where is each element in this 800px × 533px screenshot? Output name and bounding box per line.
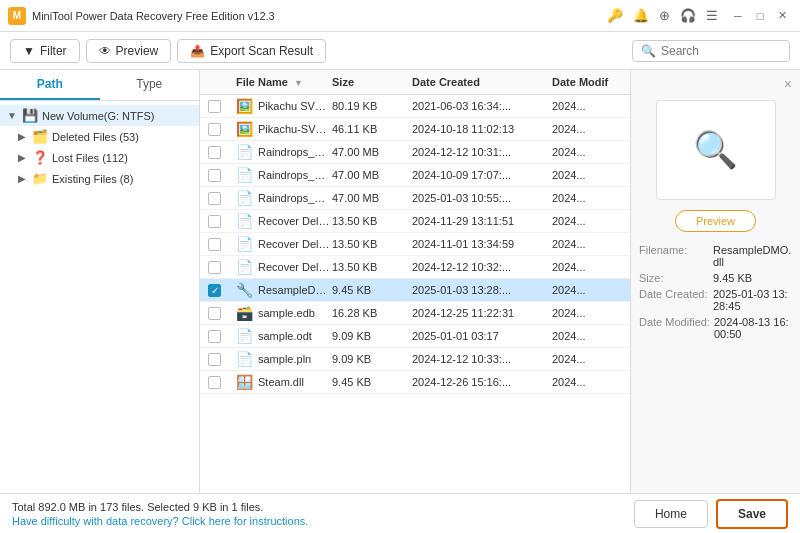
file-checkbox[interactable]: [208, 261, 221, 274]
row-checkbox[interactable]: [208, 169, 236, 182]
file-type-icon: 📄: [236, 190, 253, 206]
chevron-right-icon: ▶: [16, 131, 28, 142]
file-modified-cell: 2024...: [552, 169, 622, 181]
minimize-button[interactable]: ─: [728, 6, 748, 26]
close-preview-icon[interactable]: ×: [784, 76, 792, 92]
home-button[interactable]: Home: [634, 500, 708, 528]
tree-item-existing[interactable]: ▶ 📁 Existing Files (8): [0, 168, 199, 189]
table-row[interactable]: 📄 sample.pln 9.09 KB 2024-12-12 10:33:..…: [200, 348, 630, 371]
file-name-text: Recover Deleted ....: [258, 215, 332, 227]
file-size-cell: 9.45 KB: [332, 284, 412, 296]
file-checkbox[interactable]: [208, 169, 221, 182]
file-created-cell: 2024-10-18 11:02:13: [412, 123, 552, 135]
row-checkbox[interactable]: [208, 192, 236, 205]
search-box[interactable]: 🔍: [632, 40, 790, 62]
preview-button[interactable]: 👁 Preview: [86, 39, 172, 63]
file-name-text: sample.edb: [258, 307, 315, 319]
table-row[interactable]: ✓ 🔧 ResampleDMO.dll 9.45 KB 2025-01-03 1…: [200, 279, 630, 302]
file-modified-cell: 2024...: [552, 307, 622, 319]
row-checkbox[interactable]: [208, 261, 236, 274]
file-checkbox[interactable]: [208, 330, 221, 343]
status-bar: Total 892.0 MB in 173 files. Selected 9 …: [0, 493, 800, 533]
search-input[interactable]: [661, 44, 781, 58]
app-title: MiniTool Power Data Recovery Free Editio…: [32, 10, 275, 22]
table-row[interactable]: 🖼️ Pikachu-SVG-File-... 46.11 KB 2024-10…: [200, 118, 630, 141]
header-filename[interactable]: File Name ▼: [236, 76, 332, 88]
key-icon[interactable]: 🔑: [607, 8, 623, 23]
file-size-cell: 13.50 KB: [332, 238, 412, 250]
lost-files-icon: ❓: [32, 150, 48, 165]
table-row[interactable]: 📄 Raindrops_Macro... 47.00 MB 2025-01-03…: [200, 187, 630, 210]
preview-action-button[interactable]: Preview: [675, 210, 756, 232]
table-row[interactable]: 🗃️ sample.edb 16.28 KB 2024-12-25 11:22:…: [200, 302, 630, 325]
file-checkbox[interactable]: [208, 307, 221, 320]
tab-type[interactable]: Type: [100, 70, 200, 100]
file-checkbox[interactable]: [208, 192, 221, 205]
row-checkbox[interactable]: [208, 215, 236, 228]
file-created-cell: 2025-01-01 03:17: [412, 330, 552, 342]
row-checkbox[interactable]: [208, 146, 236, 159]
file-checkbox[interactable]: [208, 215, 221, 228]
menu-icon[interactable]: ☰: [706, 8, 718, 23]
row-checkbox[interactable]: [208, 376, 236, 389]
tree-item-lost[interactable]: ▶ ❓ Lost Files (112): [0, 147, 199, 168]
bell-icon[interactable]: 🔔: [633, 8, 649, 23]
file-checkbox[interactable]: [208, 100, 221, 113]
row-checkbox[interactable]: [208, 330, 236, 343]
file-name-cell: 📄 sample.pln: [236, 351, 332, 367]
row-checkbox[interactable]: ✓: [208, 284, 236, 297]
toolbar: ▼ Filter 👁 Preview 📤 Export Scan Result …: [0, 32, 800, 70]
sort-arrow-icon: ▼: [294, 78, 303, 88]
file-checkbox[interactable]: [208, 353, 221, 366]
row-checkbox[interactable]: [208, 238, 236, 251]
file-checkbox[interactable]: [208, 238, 221, 251]
row-checkbox[interactable]: [208, 100, 236, 113]
tree-item-deleted[interactable]: ▶ 🗂️ Deleted Files (53): [0, 126, 199, 147]
tree-item-root[interactable]: ▼ 💾 New Volume(G: NTFS): [0, 105, 199, 126]
file-checkbox[interactable]: [208, 146, 221, 159]
export-scan-button[interactable]: 📤 Export Scan Result: [177, 39, 326, 63]
file-name-cell: 📄 sample.odt: [236, 328, 332, 344]
file-modified-cell: 2024...: [552, 100, 622, 112]
file-preview-icon: 🔍: [693, 129, 738, 171]
maximize-button[interactable]: □: [750, 6, 770, 26]
filter-button[interactable]: ▼ Filter: [10, 39, 80, 63]
table-row[interactable]: 📄 Raindrops_Macro... 47.00 MB 2024-10-09…: [200, 164, 630, 187]
file-type-icon: 📄: [236, 259, 253, 275]
file-name-text: Recover Deleted ....: [258, 238, 332, 250]
file-name-cell: 🗃️ sample.edb: [236, 305, 332, 321]
file-type-icon: 📄: [236, 351, 253, 367]
file-name-text: Steam.dll: [258, 376, 304, 388]
table-row[interactable]: 📄 sample.odt 9.09 KB 2025-01-01 03:17 20…: [200, 325, 630, 348]
row-checkbox[interactable]: [208, 353, 236, 366]
row-checkbox[interactable]: [208, 307, 236, 320]
help-link[interactable]: Have difficulty with data recovery? Clic…: [12, 515, 308, 527]
refresh-icon[interactable]: ⊕: [659, 8, 670, 23]
header-size[interactable]: Size: [332, 76, 412, 88]
header-created[interactable]: Date Created: [412, 76, 552, 88]
file-checkbox[interactable]: [208, 123, 221, 136]
file-size-cell: 9.45 KB: [332, 376, 412, 388]
headphones-icon[interactable]: 🎧: [680, 8, 696, 23]
file-type-icon: 🖼️: [236, 121, 253, 137]
header-modified[interactable]: Date Modif: [552, 76, 622, 88]
file-size-cell: 13.50 KB: [332, 261, 412, 273]
export-icon: 📤: [190, 44, 205, 58]
file-checkbox[interactable]: ✓: [208, 284, 221, 297]
file-size-cell: 47.00 MB: [332, 192, 412, 204]
file-checkbox[interactable]: [208, 376, 221, 389]
file-created-cell: 2021-06-03 16:34:...: [412, 100, 552, 112]
file-created-cell: 2024-11-01 13:34:59: [412, 238, 552, 250]
table-row[interactable]: 📄 Recover Deleted .... 13.50 KB 2024-12-…: [200, 256, 630, 279]
table-row[interactable]: 🪟 Steam.dll 9.45 KB 2024-12-26 15:16:...…: [200, 371, 630, 394]
close-button[interactable]: ✕: [772, 6, 792, 26]
row-checkbox[interactable]: [208, 123, 236, 136]
save-button[interactable]: Save: [716, 499, 788, 529]
table-row[interactable]: 📄 Recover Deleted .... 13.50 KB 2024-11-…: [200, 233, 630, 256]
eye-icon: 👁: [99, 44, 111, 58]
table-row[interactable]: 📄 Raindrops_Macro... 47.00 MB 2024-12-12…: [200, 141, 630, 164]
tab-path[interactable]: Path: [0, 70, 100, 100]
table-row[interactable]: 📄 Recover Deleted .... 13.50 KB 2024-11-…: [200, 210, 630, 233]
table-row[interactable]: 🖼️ Pikachu SVG File.... 80.19 KB 2021-06…: [200, 95, 630, 118]
info-row-created: Date Created: 2025-01-03 13:28:45: [639, 288, 792, 312]
